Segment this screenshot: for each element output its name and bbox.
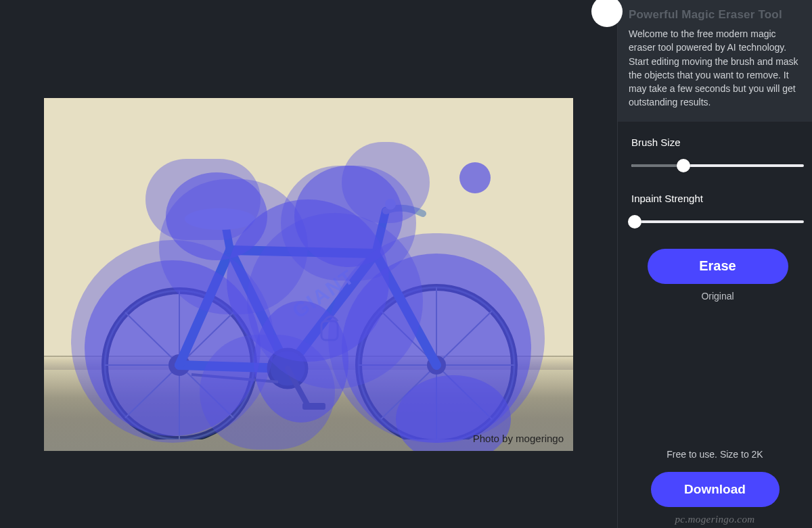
brush-size-thumb[interactable] — [677, 159, 690, 172]
inpaint-strength-slider[interactable] — [631, 214, 804, 230]
mask-overlay — [44, 98, 573, 451]
brush-cursor-icon — [459, 162, 491, 193]
download-button[interactable]: Download — [651, 472, 780, 507]
footer-note: Free to use. Size to 2K — [618, 449, 812, 460]
canvas-area[interactable]: GIANT — [0, 0, 617, 528]
watermark-text: pc.mogeringo.com — [618, 514, 812, 525]
inpaint-strength-thumb[interactable] — [628, 215, 641, 229]
inpaint-strength-label: Inpaint Strenght — [631, 193, 804, 204]
sidebar: Powerful Magic Eraser Tool Welcome to th… — [617, 0, 812, 528]
brush-size-label: Brush Size — [631, 137, 804, 148]
brush-size-slider[interactable] — [631, 158, 804, 174]
info-card-title: Powerful Magic Eraser Tool — [629, 8, 801, 22]
image-canvas[interactable]: GIANT — [44, 98, 573, 451]
info-card-description: Welcome to the free modern magic eraser … — [629, 27, 801, 110]
info-card: Powerful Magic Eraser Tool Welcome to th… — [618, 0, 812, 122]
app-root: GIANT — [0, 0, 812, 528]
erase-button[interactable]: Erase — [648, 249, 788, 284]
original-link[interactable]: Original — [631, 291, 804, 302]
controls: Brush Size Inpaint Strenght Erase Origin… — [618, 122, 812, 308]
photo-credit: Photo by mogeringo — [473, 433, 564, 444]
